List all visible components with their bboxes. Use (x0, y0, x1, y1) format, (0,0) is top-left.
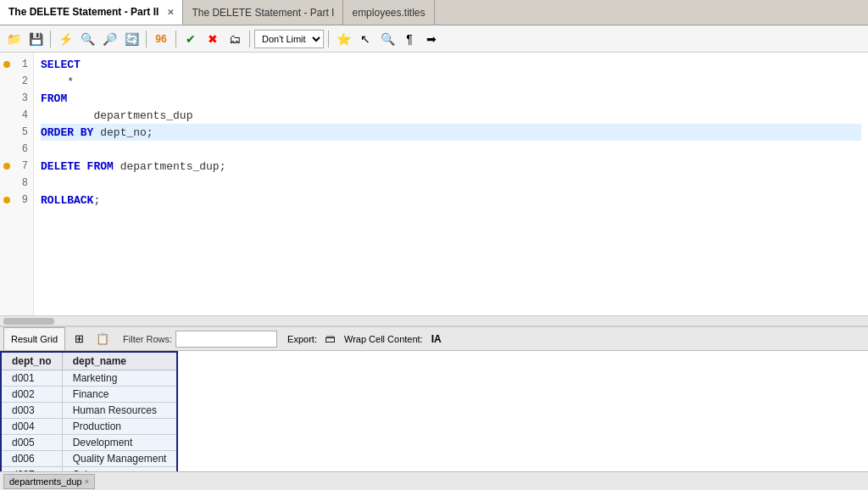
separator-5 (328, 31, 329, 47)
code-table: departments_dup (41, 109, 192, 122)
code-line-8 (41, 175, 861, 192)
save-btn[interactable]: 💾 (25, 29, 46, 49)
main-toolbar: 📁 💾 ⚡ 🔍 🔎 🔄 96 ✔ ✖ 🗂 Don't Limit1000 row… (0, 25, 868, 53)
kw-rollback: ROLLBACK (41, 194, 93, 207)
code-delete-table: departments_dup; (114, 160, 226, 173)
search-btn[interactable]: 🔍 (377, 29, 398, 49)
separator-3 (175, 31, 176, 47)
kw-delete: DELETE FROM (41, 160, 114, 173)
breakpoint-9[interactable] (3, 197, 10, 203)
code-line-6 (41, 141, 861, 158)
line-2: 2 (0, 73, 33, 90)
line-9: 9 (0, 192, 33, 209)
code-area[interactable]: SELECT * FROM departments_dup ORDER BY d… (34, 53, 868, 315)
wrap-btn[interactable]: IA (426, 329, 447, 349)
horizontal-scrollbar[interactable] (0, 315, 868, 326)
bottom-tab-bar: departments_dup × (0, 471, 868, 490)
table-cell: d005 (1, 435, 62, 451)
table-row[interactable]: d002Finance (1, 387, 177, 403)
tab-close-icon[interactable]: ✕ (167, 8, 174, 17)
limit-select[interactable]: Don't Limit1000 rows500 rows200 rows (254, 30, 324, 48)
table-cell: Human Resources (62, 403, 177, 419)
star-btn[interactable]: ⭐ (333, 29, 353, 49)
tab-label: The DELETE Statement - Part I (192, 7, 334, 19)
code-line-9: ROLLBACK; (41, 192, 861, 209)
schema-btn[interactable]: 🗂 (225, 29, 245, 49)
line-8: 8 (0, 175, 33, 192)
refresh-btn[interactable]: 🔄 (121, 29, 142, 49)
table-cell: Finance (62, 387, 177, 403)
tab-employees-titles[interactable]: employees.titles (343, 0, 434, 25)
breakpoint-7[interactable] (3, 163, 10, 170)
open-btn[interactable]: 📁 (3, 29, 24, 49)
editor-content: 1 2 3 4 5 6 7 8 9 SELECT * FROM (0, 53, 868, 315)
table-row[interactable]: d003Human Resources (1, 403, 177, 419)
table-row[interactable]: d004Production (1, 419, 177, 435)
table-cell: d003 (1, 403, 62, 419)
tab-delete-part1[interactable]: The DELETE Statement - Part I (183, 0, 343, 25)
separator-2 (146, 31, 147, 47)
result-icon-btn[interactable]: ⊞ (69, 329, 89, 349)
check-btn[interactable]: ✔ (181, 29, 201, 49)
result-toolbar: Result Grid ⊞ 📋 Filter Rows: Export: 🗃 W… (0, 327, 868, 351)
separator-1 (50, 31, 51, 47)
tab-delete-part2[interactable]: The DELETE Statement - Part II ✕ (0, 0, 183, 25)
line-4: 4 (0, 107, 33, 124)
col-dept-name[interactable]: dept_name (62, 352, 177, 370)
line-3: 3 (0, 90, 33, 107)
filter-label: Filter Rows: (123, 334, 172, 344)
cursor-btn[interactable]: ↖ (355, 29, 376, 49)
code-line-4: departments_dup (41, 107, 861, 124)
table-cell: Sales (62, 467, 177, 472)
table-header-row: dept_no dept_name (1, 352, 177, 370)
table-cell: d001 (1, 370, 62, 387)
line-5: 5 (0, 124, 33, 141)
bottom-tab-label: departments_dup (9, 476, 82, 487)
filter-input[interactable] (175, 331, 277, 348)
code-deptno: dept_no; (93, 126, 153, 139)
bottom-tab-close-icon[interactable]: × (85, 477, 89, 486)
table-cell: Quality Management (62, 451, 177, 467)
kw-orderby: ORDER BY (41, 126, 93, 139)
table-row[interactable]: d001Marketing (1, 370, 177, 387)
scroll-thumb[interactable] (3, 318, 54, 325)
arrow-btn[interactable]: ➡ (421, 29, 442, 49)
tab-bar: The DELETE Statement - Part II ✕ The DEL… (0, 0, 868, 25)
table-row[interactable]: d007Sales (1, 467, 177, 472)
table-cell: d002 (1, 387, 62, 403)
mysql-btn[interactable]: 96 (151, 29, 171, 49)
code-line-7: DELETE FROM departments_dup; (41, 158, 861, 175)
line-6: 6 (0, 141, 33, 158)
table-cell: Development (62, 435, 177, 451)
tab-label: The DELETE Statement - Part II (8, 6, 159, 18)
kw-from: FROM (41, 92, 67, 105)
table-row[interactable]: d006Quality Management (1, 451, 177, 467)
code-line-1: SELECT (41, 56, 861, 73)
execute-sel-btn[interactable]: 🔍 (77, 29, 97, 49)
data-grid-container[interactable]: dept_no dept_name d001Marketingd002Finan… (0, 351, 868, 471)
separator-4 (249, 31, 250, 47)
para-btn[interactable]: ¶ (399, 29, 420, 49)
export-label: Export: (287, 334, 317, 344)
stop-btn[interactable]: ✖ (203, 29, 223, 49)
export-btn[interactable]: 🗃 (320, 329, 341, 349)
departments-dup-tab[interactable]: departments_dup × (3, 474, 95, 489)
code-line-2: * (41, 73, 861, 90)
kw-select: SELECT (41, 58, 81, 71)
table-cell: Marketing (62, 370, 177, 387)
table-row[interactable]: d005Development (1, 435, 177, 451)
data-grid: dept_no dept_name d001Marketingd002Finan… (0, 351, 178, 471)
code-star: * (41, 75, 74, 88)
tab-label: employees.titles (352, 7, 425, 19)
line-numbers: 1 2 3 4 5 6 7 8 9 (0, 53, 34, 315)
line-7: 7 (0, 158, 33, 175)
form-icon-btn[interactable]: 📋 (92, 329, 113, 349)
col-dept-no[interactable]: dept_no (1, 352, 62, 370)
code-line-5: ORDER BY dept_no; (41, 124, 861, 141)
magnify-btn[interactable]: 🔎 (99, 29, 120, 49)
sql-editor: 1 2 3 4 5 6 7 8 9 SELECT * FROM (0, 53, 868, 315)
result-grid-tab[interactable]: Result Grid (3, 327, 65, 350)
code-rollback-semi: ; (93, 194, 100, 207)
execute-btn[interactable]: ⚡ (55, 29, 75, 49)
breakpoint-1[interactable] (3, 61, 10, 68)
